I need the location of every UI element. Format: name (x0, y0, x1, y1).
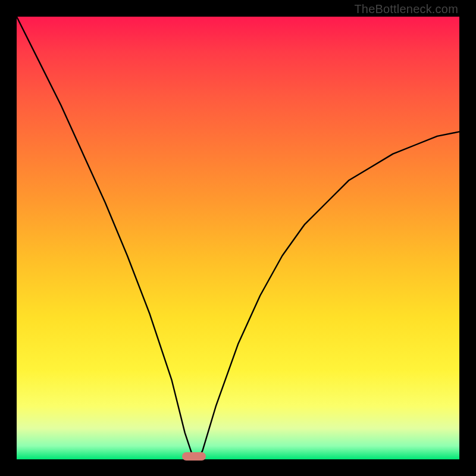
optimum-marker (182, 452, 206, 461)
chart-frame: TheBottleneck.com (0, 0, 476, 476)
watermark-text: TheBottleneck.com (354, 2, 458, 16)
plot-area (17, 17, 459, 459)
bottleneck-curve (17, 17, 459, 459)
